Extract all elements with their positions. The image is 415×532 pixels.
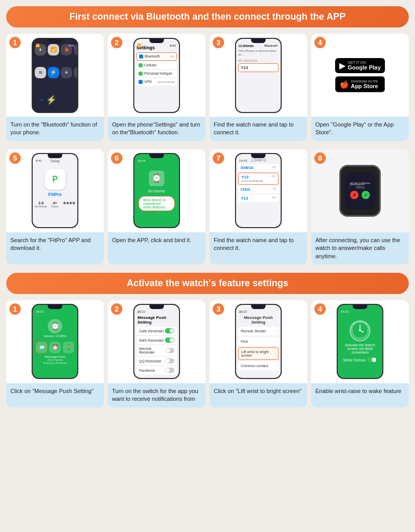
sms-reminder-item: SMS Reminder [136,336,177,344]
calls-reminder: Calls Reminder [139,329,164,333]
app-store-btn[interactable]: 🍎 Download on the App Store [335,76,385,92]
answer-call-btn[interactable]: ✓ [362,191,370,199]
facebook-toggle[interactable] [165,368,174,373]
status-bar-3: ◁ SettingsBluetooth [236,43,281,48]
bt-arrow: → ⚡ [35,90,59,109]
lift-wrist-item[interactable]: Lift wrist to bright screen › [238,347,279,360]
msg-setting-screen: ◁ Message Push Setting Calls Reminder SM… [134,305,179,378]
bind-screen: ⌚ No Device Bind device to experience mo… [134,154,179,227]
phone-mock-7: 14:43 △ Scan ⊡ IDW16 -21 Y13 -57 21:21:2… [235,153,282,228]
common-arrow: › [274,363,276,368]
bluetooth-label: Bluetooth [145,54,160,58]
svg-point-3 [359,329,361,331]
call-buttons: ✗ ✓ [350,191,370,199]
watch-screen: (626)105**** calling ✗ ✓ [344,172,376,209]
step-6-card: 6 16:44 ⌚ No Device Bind device to exper… [108,149,205,264]
sedentary-icon[interactable]: 🚶 [63,342,74,353]
google-play-btn[interactable]: ▶ GET IT ON Google Play [335,58,385,73]
section2-title: Activate the watch's feature settings [127,278,288,288]
section1-title: First connect via Bluetooth and then con… [70,11,345,22]
step-1-image: 1 📶75% ✈ 📶 🔕 🔄 ≋ ⚡ ☀ 📷 [6,34,104,117]
section2-header: Activate the watch's feature settings [6,273,409,294]
msg-push-screen: ⌚ Version: V13653 📨 ⏰ 🚶 Message Push Ala… [33,305,77,378]
find-label: Find [241,340,248,343]
step-7-desc: Find the watch name and tap to connect i… [210,232,307,264]
wechat-toggle[interactable] [165,348,174,353]
step-8-desc: After connecting, you can use the watch … [311,232,409,264]
step-s2-3-image: 3 18:22 ◁ Message Push Setting Remote Sh… [210,300,307,383]
calls-toggle[interactable] [165,328,174,333]
y13-name: Y13 [241,175,248,179]
step-s2-2-desc: Turn on the switch for the app you want … [108,383,205,408]
scan-itag: ITAG -72 [238,186,279,193]
step-4-number: 4 [314,37,326,48]
qq-reminder-item: QQ Reminder [136,357,177,365]
phone-mock-s2-3: 18:22 ◁ Message Push Setting Remote Shut… [235,304,282,379]
phone-mock-3: ◁ SettingsBluetooth Bluetooth This iPhon… [235,38,282,113]
common-contact-label: Common contact [241,364,268,368]
wifi-icon2: ≋ [35,67,46,78]
step-1-number: 1 [9,37,21,48]
sedentary-label-s2: Sedentary Reminder [43,361,67,365]
version-text: Version: V13653 [44,334,66,338]
qq-toggle[interactable] [165,358,174,363]
step-7-image: 7 14:43 △ Scan ⊡ IDW16 -21 Y13 [210,149,307,232]
step-3-desc: Find the watch name and tap to connect i… [210,117,307,141]
status-bar-1: 📶75% [33,43,77,48]
camera-icon: 📷 [74,67,77,78]
wrist-clock [350,320,370,341]
alarm-icon[interactable]: ⏰ [49,342,61,353]
step-5-image: 5 9:41 Today P FitPro 2.8 [6,149,104,232]
fitpro-icon: P [45,169,65,190]
msg-push-title: Message Push Setting [136,315,177,325]
lift-screen: ◁ Message Push Setting Remote Shutter › … [236,305,281,378]
watch-mock: (626)105**** calling ✗ ✓ [339,165,381,217]
step-2-number: 2 [111,37,122,48]
app-store-label: App Store [351,83,378,89]
status-bar-7: 14:43 [236,158,281,163]
step-s2-4-image: 4 18:23 [311,300,409,383]
scan-y13-2: Y13 -97 [238,194,279,202]
step-3-image: 3 ◁ SettingsBluetooth Bluetooth This iPh… [210,34,307,117]
facebook-label: Facebook [139,369,155,372]
step-s2-2-number: 2 [111,303,122,315]
wrist-toggle-row: Wrist Sense [343,357,377,362]
google-play-text: GET IT ON Google Play [348,61,381,71]
phone-mock-6: 16:44 ⌚ No Device Bind device to experie… [133,153,180,228]
step-s2-2-card: 2 18:22 ◁ Message Push Setting Calls Rem… [108,300,205,408]
step-3-card: 3 ◁ SettingsBluetooth Bluetooth This iPh… [210,34,307,141]
status-bar-2: 📶9:41 [134,43,179,48]
vpn-setting: VPN Not Connected [136,78,177,86]
sms-toggle[interactable] [165,338,174,343]
bt-device-y13: Y13 [238,63,279,72]
step-6-number: 6 [111,152,122,164]
find-arrow: › [274,339,276,344]
call-number: (626)105**** [350,182,370,186]
section1-row2: 5 9:41 Today P FitPro 2.8 [6,149,409,264]
bind-device-btn[interactable]: Bind device to experience more features [139,196,175,211]
step-s2-3-card: 3 18:22 ◁ Message Push Setting Remote Sh… [210,300,307,408]
my-devices-label: MY DEVICES [238,59,279,62]
step-5-card: 5 9:41 Today P FitPro 2.8 [6,149,104,264]
qq-reminder: QQ Reminder [139,359,161,363]
hotspot-setting: Personal Hotspot [136,70,177,77]
end-call-btn[interactable]: ✗ [350,191,358,199]
step-5-desc: Search for the "FitPro" APP and download… [6,232,104,264]
step-4-image: 4 ▶ GET IT ON Google Play 🍎 Download on … [311,34,409,117]
y13-addr: 21:21:21:03:0A:PE [241,179,275,183]
phone-mock-s2-1: 18:22 ⌚ Version: V13653 📨 ⏰ 🚶 Message Pu… [32,304,78,379]
phone-mock-1: 📶75% ✈ 📶 🔕 🔄 ≋ ⚡ ☀ 📷 → [32,38,78,113]
remote-shutter-item: Remote Shutter › [238,327,279,335]
fitpro-screen: Today P FitPro 2.8 km/week 4+ [33,154,77,227]
msg-push-icon[interactable]: 📨 [36,342,47,353]
app-store-text: Download on the App Store [351,79,378,89]
vpn-status: Not Connected [158,80,175,83]
fitpro-stats: 2.8 km/week 4+ Days ★★★★ [35,201,75,208]
download-on: Download on the [351,79,378,83]
brightness-icon: ☀ [61,67,72,78]
itag-name: ITAG [241,187,251,192]
bluetooth-setting: Bluetooth On [136,52,177,61]
bt-screen: Bluetooth This iPhone is discoverable as… [236,39,281,112]
wrist-toggle[interactable] [367,357,377,362]
step-5-number: 5 [9,152,21,164]
